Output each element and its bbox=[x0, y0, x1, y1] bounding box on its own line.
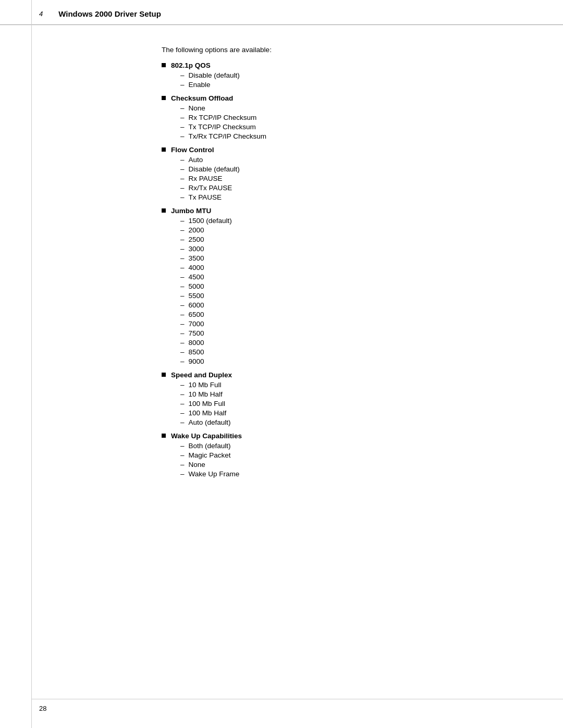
list-item: –None bbox=[180, 461, 242, 468]
list-item-text: 8500 bbox=[189, 348, 204, 356]
list-item-text: Auto bbox=[189, 156, 203, 164]
sub-list: –Disable (default)–Enable bbox=[180, 71, 240, 89]
dash-char: – bbox=[180, 311, 185, 318]
list-item-text: 6500 bbox=[189, 311, 204, 318]
options-list: 802.1p QOS–Disable (default)–EnableCheck… bbox=[162, 61, 521, 480]
list-item: –8000 bbox=[180, 339, 232, 347]
dash-char: – bbox=[180, 400, 185, 408]
dash-char: – bbox=[180, 470, 185, 478]
bullet-item: Checksum Offload–None–Rx TCP/IP Checksum… bbox=[162, 94, 521, 142]
list-item-text: None bbox=[189, 104, 205, 112]
list-item: –7000 bbox=[180, 320, 232, 328]
bullet-item-content: Flow Control–Auto–Disable (default)–Rx P… bbox=[171, 145, 240, 203]
list-item: –Auto bbox=[180, 156, 240, 164]
dash-char: – bbox=[180, 245, 185, 253]
header: 4 Windows 2000 Driver Setup bbox=[0, 0, 563, 25]
list-item-text: 10 Mb Half bbox=[189, 390, 223, 398]
dash-char: – bbox=[180, 357, 185, 365]
list-item: –3000 bbox=[180, 245, 232, 253]
intro-text: The following options are available: bbox=[162, 46, 521, 54]
list-item: –1500 (default) bbox=[180, 217, 232, 225]
list-item-text: None bbox=[189, 461, 205, 468]
dash-char: – bbox=[180, 71, 185, 79]
list-item-text: 8000 bbox=[189, 339, 204, 347]
list-item: –Disable (default) bbox=[180, 165, 240, 173]
bullet-icon bbox=[162, 96, 166, 100]
dash-char: – bbox=[180, 175, 185, 182]
bullet-label: 802.1p QOS bbox=[171, 61, 211, 69]
dash-char: – bbox=[180, 381, 185, 389]
list-item-text: Wake Up Frame bbox=[189, 470, 240, 478]
list-item: –3500 bbox=[180, 254, 232, 262]
bullet-item: Jumbo MTU–1500 (default)–2000–2500–3000–… bbox=[162, 206, 521, 367]
bullet-item-content: 802.1p QOS–Disable (default)–Enable bbox=[171, 61, 240, 91]
list-item: –Magic Packet bbox=[180, 451, 242, 459]
list-item: –10 Mb Full bbox=[180, 381, 232, 389]
list-item: –Rx/Tx PAUSE bbox=[180, 184, 240, 192]
dash-char: – bbox=[180, 348, 185, 356]
list-item-text: Tx PAUSE bbox=[189, 193, 222, 201]
list-item-text: 1500 (default) bbox=[189, 217, 232, 225]
list-item-text: 7000 bbox=[189, 320, 204, 328]
bullet-icon bbox=[162, 147, 166, 152]
dash-char: – bbox=[180, 409, 185, 417]
bullet-icon bbox=[162, 373, 166, 377]
main-content: The following options are available: 802… bbox=[0, 25, 563, 514]
dash-char: – bbox=[180, 217, 185, 225]
bullet-label: Flow Control bbox=[171, 146, 214, 154]
bullet-item-content: Jumbo MTU–1500 (default)–2000–2500–3000–… bbox=[171, 206, 232, 367]
header-title: Windows 2000 Driver Setup bbox=[58, 9, 161, 18]
dash-char: – bbox=[180, 254, 185, 262]
list-item-text: 100 Mb Full bbox=[189, 400, 226, 408]
list-item: –Disable (default) bbox=[180, 71, 240, 79]
dash-char: – bbox=[180, 132, 185, 140]
dash-char: – bbox=[180, 273, 185, 281]
dash-char: – bbox=[180, 104, 185, 112]
dash-char: – bbox=[180, 461, 185, 468]
list-item: –2500 bbox=[180, 236, 232, 243]
list-item-text: Rx PAUSE bbox=[189, 175, 223, 182]
list-item: –10 Mb Half bbox=[180, 390, 232, 398]
list-item-text: 2500 bbox=[189, 236, 204, 243]
dash-char: – bbox=[180, 156, 185, 164]
list-item: –4500 bbox=[180, 273, 232, 281]
sub-list: –None–Rx TCP/IP Checksum–Tx TCP/IP Check… bbox=[180, 104, 266, 140]
bullet-item: Wake Up Capabilities–Both (default)–Magi… bbox=[162, 431, 521, 480]
list-item-text: Rx TCP/IP Checksum bbox=[189, 114, 257, 121]
list-item: –9000 bbox=[180, 357, 232, 365]
dash-char: – bbox=[180, 418, 185, 426]
page-number: 28 bbox=[39, 705, 46, 712]
list-item: –100 Mb Full bbox=[180, 400, 232, 408]
dash-char: – bbox=[180, 329, 185, 337]
list-item-text: Auto (default) bbox=[189, 418, 231, 426]
dash-char: – bbox=[180, 114, 185, 121]
dash-char: – bbox=[180, 236, 185, 243]
list-item-text: 5500 bbox=[189, 292, 204, 300]
dash-char: – bbox=[180, 339, 185, 347]
bullet-item: 802.1p QOS–Disable (default)–Enable bbox=[162, 61, 521, 91]
list-item: –Rx TCP/IP Checksum bbox=[180, 114, 266, 121]
list-item: –Enable bbox=[180, 81, 240, 89]
bullet-label: Checksum Offload bbox=[171, 94, 233, 102]
sub-list: –1500 (default)–2000–2500–3000–3500–4000… bbox=[180, 217, 232, 365]
dash-char: – bbox=[180, 184, 185, 192]
dash-char: – bbox=[180, 226, 185, 234]
bullet-icon bbox=[162, 434, 166, 438]
list-item-text: Disable (default) bbox=[189, 165, 240, 173]
list-item-text: Enable bbox=[189, 81, 211, 89]
bullet-icon bbox=[162, 63, 166, 67]
list-item-text: Disable (default) bbox=[189, 71, 240, 79]
dash-char: – bbox=[180, 165, 185, 173]
list-item: –None bbox=[180, 104, 266, 112]
bullet-label: Jumbo MTU bbox=[171, 207, 211, 215]
list-item: –100 Mb Half bbox=[180, 409, 232, 417]
dash-char: – bbox=[180, 282, 185, 290]
list-item: –6500 bbox=[180, 311, 232, 318]
list-item-text: 2000 bbox=[189, 226, 204, 234]
list-item-text: 4000 bbox=[189, 264, 204, 272]
list-item-text: 7500 bbox=[189, 329, 204, 337]
list-item-text: 3500 bbox=[189, 254, 204, 262]
bullet-label: Wake Up Capabilities bbox=[171, 432, 242, 440]
list-item: –5000 bbox=[180, 282, 232, 290]
dash-char: – bbox=[180, 451, 185, 459]
